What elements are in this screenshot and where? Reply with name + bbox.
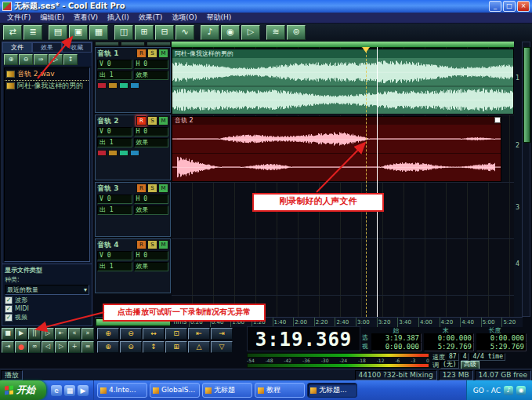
zoom-selection-button[interactable]: ⊡ [165,328,187,340]
maximize-button[interactable]: □ [503,1,516,12]
playhead[interactable] [377,47,378,317]
record-arm-button[interactable]: R [136,49,147,58]
show-desktop-icon[interactable]: ▦ [64,385,75,396]
zoom-down-button[interactable]: ▽ [211,341,233,353]
output-field[interactable]: 出 1 [97,205,132,215]
track-name[interactable]: 音轨 2 [97,116,136,126]
pause-button[interactable]: || [28,328,41,340]
zoom-out-vertical-button[interactable]: ⊖ [120,341,142,353]
multitrack-view-icon[interactable]: ≣ [24,25,42,40]
pan-field[interactable]: H 0 [134,127,169,136]
zoom-out-horizontal-button[interactable]: ⊖ [120,328,142,340]
volume-field[interactable]: V 0 [97,127,132,136]
checkbox[interactable]: ✓ [5,314,13,322]
record-icon[interactable]: ◉ [221,25,240,40]
menu-item[interactable]: 查看(V) [70,13,102,23]
save-session-icon[interactable]: ▦ [89,25,108,40]
zoom-right-edge-button[interactable]: ⇥ [211,328,233,340]
task-button[interactable]: 教程 [255,383,305,398]
key-value[interactable]: (无) [440,361,459,369]
edit-view-toggle-icon[interactable]: ⇄ [3,25,22,40]
waveform-icon[interactable]: ∿ [176,25,194,40]
volume-icon[interactable]: ♪ [504,386,513,395]
solo-button[interactable]: S [147,184,157,193]
solo-button[interactable]: S [147,49,157,58]
loop-icon[interactable]: ♪ [201,25,219,40]
checkbox[interactable]: ✓ [5,305,13,313]
track-name[interactable]: 音轨 1 [97,49,136,59]
time-signature[interactable]: 4/4 time [470,353,505,361]
level-meter[interactable]: -54-48-42-36-30-24-18-12-6-30 [247,353,429,369]
task-button[interactable]: 无标题... [307,383,357,398]
organizer-tab[interactable]: 效果 [32,42,62,53]
task-button[interactable]: GlobalS... [150,383,200,398]
prev-cue-button[interactable]: ◁ [42,341,54,353]
playhead-marker[interactable] [362,47,370,53]
ie-icon[interactable]: e [51,385,62,396]
waveform-area[interactable]: 阿杜-像我这样的男的 音轨 2 [172,42,514,317]
checkbox[interactable]: ✓ [5,296,13,304]
mute-button[interactable]: M [158,240,168,249]
track-name[interactable]: 音轨 3 [97,184,136,194]
clip-vocal[interactable]: 音轨 2 [172,116,501,182]
stop-button[interactable]: ■ [2,328,14,340]
sort-dropdown[interactable]: 最近的数量 ▾ [5,285,89,295]
settings-icon[interactable]: ⊚ [287,25,306,40]
fx-field[interactable]: 效果 [134,71,169,80]
go-end-button[interactable]: ⇥ [2,341,14,353]
zoom-left-edge-button[interactable]: ⇤ [188,328,210,340]
zoom-all-button[interactable]: ⊞ [165,341,187,353]
media-player-icon[interactable]: ▶ [78,385,89,396]
mixer-icon[interactable]: ◫ [114,25,133,40]
solo-button[interactable]: S [147,116,157,125]
tempo-value[interactable]: 87 [447,353,459,361]
options-button[interactable]: ≡ [81,341,94,353]
track-name[interactable]: 音轨 4 [97,240,136,250]
output-field[interactable]: 出 1 [97,138,132,147]
record-arm-button[interactable]: R [136,240,147,249]
zoom-out-icon[interactable]: ⊟ [155,25,174,40]
menu-item[interactable]: 编辑(E) [36,13,68,23]
organizer-tab[interactable]: 文件 [2,42,32,53]
menu-item[interactable]: 选项(O) [168,13,201,23]
zoom-in-icon[interactable]: ⊞ [135,25,154,40]
new-session-icon[interactable]: ▤ [49,25,67,40]
vertical-scrollbar[interactable] [522,42,530,317]
fx-field[interactable]: 效果 [134,138,169,147]
menu-item[interactable]: 效果(T) [135,13,167,23]
menu-item[interactable]: 插入(I) [103,13,133,23]
next-cue-button[interactable]: ▷ [55,341,67,353]
insert-multitrack-icon[interactable]: ⇒ [34,54,48,65]
output-field[interactable]: 出 1 [97,71,132,80]
pan-field[interactable]: H 0 [134,195,169,204]
volume-field[interactable]: V 0 [97,195,132,204]
play-file-icon[interactable]: ▷ [49,54,63,65]
minimize-button[interactable]: _ [489,1,501,12]
volume-field[interactable]: V 0 [97,60,132,69]
record-arm-button[interactable]: R [136,184,147,193]
volume-field[interactable]: V 0 [97,251,132,260]
close-button[interactable]: × [517,1,530,12]
mute-button[interactable]: M [158,116,168,125]
antivirus-icon[interactable]: ◉ [516,386,526,395]
start-button[interactable]: 开始 [0,380,46,400]
forward-button[interactable]: » [81,328,94,340]
record-arm-button[interactable]: R [136,116,147,125]
zoom-up-button[interactable]: △ [188,341,210,353]
fx-field[interactable]: 效果 [134,262,169,271]
record-button[interactable]: ● [15,341,27,353]
mute-button[interactable]: M [158,49,168,58]
rewind-button[interactable]: « [68,328,81,340]
fx-field[interactable]: 效果 [134,205,169,215]
add-cue-button[interactable]: + [68,341,81,353]
organizer-tab[interactable]: 收藏 [62,42,92,53]
file-list-item[interactable]: 音轨 2.wav [5,68,89,80]
open-file-icon[interactable]: ▣ [69,25,88,40]
output-field[interactable]: 出 1 [97,262,132,271]
close-file-icon[interactable]: ⊖ [19,54,33,65]
vertical-scroll-thumb[interactable] [523,47,530,143]
import-file-icon[interactable]: ⊕ [4,54,18,65]
pan-field[interactable]: H 0 [134,251,169,260]
task-button[interactable]: 无标题 [202,383,252,398]
advanced-button[interactable]: 高级 [461,361,480,369]
